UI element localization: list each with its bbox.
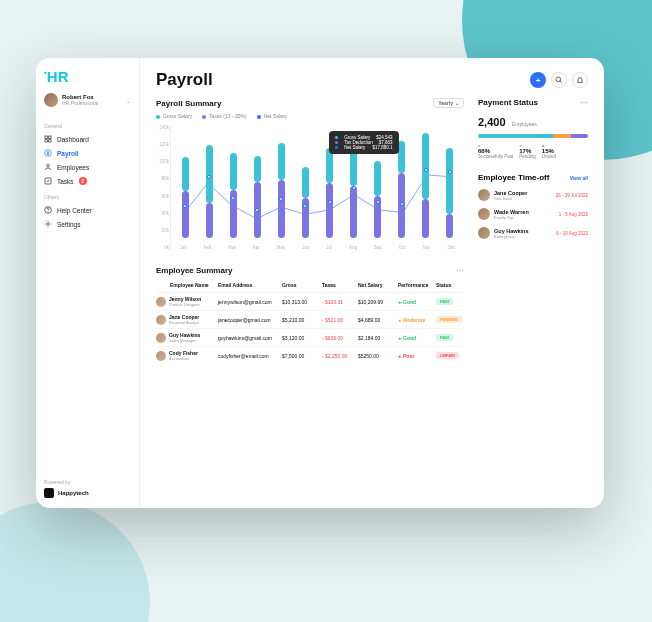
chart-bar[interactable] bbox=[326, 148, 333, 238]
svg-rect-3 bbox=[49, 140, 51, 142]
column-header: Performance bbox=[398, 282, 434, 288]
cell-gross: $3,120.00 bbox=[282, 335, 320, 341]
timeoff-title: Employee Time-off bbox=[478, 173, 549, 182]
search-button[interactable] bbox=[551, 72, 567, 88]
chart-bar[interactable] bbox=[374, 161, 381, 238]
timeoff-date: 1 - 5 Aug 2022 bbox=[559, 212, 588, 217]
chart-point bbox=[400, 202, 404, 206]
avatar bbox=[156, 351, 166, 361]
add-button[interactable]: + bbox=[530, 72, 546, 88]
chart-bar[interactable] bbox=[422, 133, 429, 238]
app-window: HR Robert Fox HR Professional ⌄ General … bbox=[36, 58, 604, 508]
sidebar-item-settings[interactable]: Settings bbox=[44, 217, 131, 231]
cell-taxes: - $521.00 bbox=[322, 317, 356, 323]
svg-rect-1 bbox=[49, 136, 51, 138]
sidebar-item-payroll[interactable]: Payroll bbox=[44, 146, 131, 160]
avatar bbox=[478, 189, 490, 201]
table-row[interactable]: Jenny WilsonProduct Designer jennywilson… bbox=[156, 292, 464, 310]
chart-point bbox=[183, 204, 187, 208]
svg-rect-6 bbox=[45, 178, 51, 184]
status-badge: UNPAID bbox=[436, 352, 459, 359]
chart-bar[interactable] bbox=[230, 153, 237, 238]
status-stat: 15%Unpaid bbox=[542, 143, 556, 159]
nav-badge: 2 bbox=[79, 177, 87, 185]
nav-label: Dashboard bbox=[57, 136, 89, 143]
cell-net: $5250.00 bbox=[358, 353, 396, 359]
chart-tooltip: Gross Salary$24,543 Tax Deduction$7,663 … bbox=[329, 131, 398, 154]
dollar-icon bbox=[44, 149, 52, 157]
table-row[interactable]: Jane CooperFinancial Analyst janecooper@… bbox=[156, 310, 464, 328]
column-header: Taxes bbox=[322, 282, 356, 288]
chart-point bbox=[303, 204, 307, 208]
column-header: Email Address bbox=[218, 282, 280, 288]
gear-icon bbox=[44, 220, 52, 228]
table-row[interactable]: Cody FisherAccountant codyfisher@email.c… bbox=[156, 346, 464, 364]
chevron-down-icon: ⌄ bbox=[126, 97, 131, 104]
sidebar-item-tasks[interactable]: Tasks 2 bbox=[44, 174, 131, 188]
svg-line-11 bbox=[560, 81, 562, 83]
timeoff-date: 26 - 29 Jul 2022 bbox=[556, 193, 588, 198]
cell-email: codyfisher@email.com bbox=[218, 353, 280, 359]
avatar bbox=[156, 315, 166, 325]
help-icon bbox=[44, 206, 52, 214]
user-profile[interactable]: Robert Fox HR Professional ⌄ bbox=[44, 93, 131, 107]
legend-gross: Gross Salary bbox=[156, 113, 192, 119]
summary-title: Payroll Summary bbox=[156, 99, 221, 108]
chart-point bbox=[279, 197, 283, 201]
chart-bar[interactable] bbox=[182, 157, 189, 238]
main-content: Payroll + Payroll Summary Yearly⌄ bbox=[140, 58, 604, 508]
sidebar-item-employees[interactable]: Employees bbox=[44, 160, 131, 174]
sidebar-item-help[interactable]: Help Center bbox=[44, 203, 131, 217]
timeoff-row[interactable]: Guy HawkinsEmergency 6 - 10 Aug 2022 bbox=[478, 227, 588, 239]
vendor-name: Happytech bbox=[58, 490, 89, 496]
chart-bar[interactable] bbox=[254, 156, 261, 238]
employee-count: 2,400 bbox=[478, 116, 506, 128]
nav-label: Employees bbox=[57, 164, 89, 171]
period-selector[interactable]: Yearly⌄ bbox=[433, 98, 464, 108]
timeoff-name: Wade Warren bbox=[494, 209, 529, 215]
chart-bar[interactable] bbox=[278, 143, 285, 238]
avatar bbox=[478, 227, 490, 239]
cell-email: jennywilson@gmail.com bbox=[218, 299, 280, 305]
view-all-link[interactable]: View all bbox=[570, 175, 588, 181]
more-menu[interactable]: ⋯ bbox=[456, 266, 464, 275]
cell-email: janecooper@gmail.com bbox=[218, 317, 280, 323]
timeoff-name: Guy Hawkins bbox=[494, 228, 529, 234]
column-header: Gross bbox=[282, 282, 320, 288]
chart-legend: Gross Salary Taxes (13 - 30%) Net Salary bbox=[156, 113, 464, 119]
chart-point bbox=[255, 208, 259, 212]
more-menu[interactable]: ⋯ bbox=[580, 98, 588, 107]
chart-bar[interactable] bbox=[398, 141, 405, 238]
sidebar-item-dashboard[interactable]: Dashboard bbox=[44, 132, 131, 146]
legend-net: Net Salary bbox=[257, 113, 287, 119]
chart-point bbox=[424, 168, 428, 172]
timeoff-row[interactable]: Wade WarrenFamily Trip 1 - 5 Aug 2022 bbox=[478, 208, 588, 220]
chart-bar[interactable] bbox=[206, 145, 213, 238]
chart-bar[interactable] bbox=[302, 167, 309, 238]
cell-gross: $10,313.00 bbox=[282, 299, 320, 305]
timeoff-reason: Emergency bbox=[494, 234, 529, 239]
svg-point-9 bbox=[47, 223, 49, 225]
page-title: Payroll bbox=[156, 70, 213, 90]
vendor-logo bbox=[44, 488, 54, 498]
chart-point bbox=[448, 170, 452, 174]
svg-rect-2 bbox=[45, 140, 47, 142]
legend-tax: Taxes (13 - 30%) bbox=[202, 113, 247, 119]
avatar bbox=[44, 93, 58, 107]
chevron-down-icon: ⌄ bbox=[455, 100, 459, 106]
avatar bbox=[478, 208, 490, 220]
notification-button[interactable] bbox=[572, 72, 588, 88]
cell-taxes: - $2,250.00 bbox=[322, 353, 356, 359]
svg-point-5 bbox=[47, 164, 50, 167]
sidebar: HR Robert Fox HR Professional ⌄ General … bbox=[36, 58, 140, 508]
svg-rect-0 bbox=[45, 136, 47, 138]
chart-bar[interactable] bbox=[446, 148, 453, 238]
timeoff-row[interactable]: Jane CooperSick leave 26 - 29 Jul 2022 bbox=[478, 189, 588, 201]
avatar bbox=[156, 333, 166, 343]
cell-taxes: - $100.31 bbox=[322, 299, 356, 305]
table-row[interactable]: Guy HawkinsSales Manager guyhawkins@gmai… bbox=[156, 328, 464, 346]
timeoff-date: 6 - 10 Aug 2022 bbox=[556, 231, 588, 236]
column-header: Net Salary bbox=[358, 282, 396, 288]
employee-summary-title: Employee Summary bbox=[156, 266, 232, 275]
powered-by-label: Powered by bbox=[44, 479, 131, 485]
